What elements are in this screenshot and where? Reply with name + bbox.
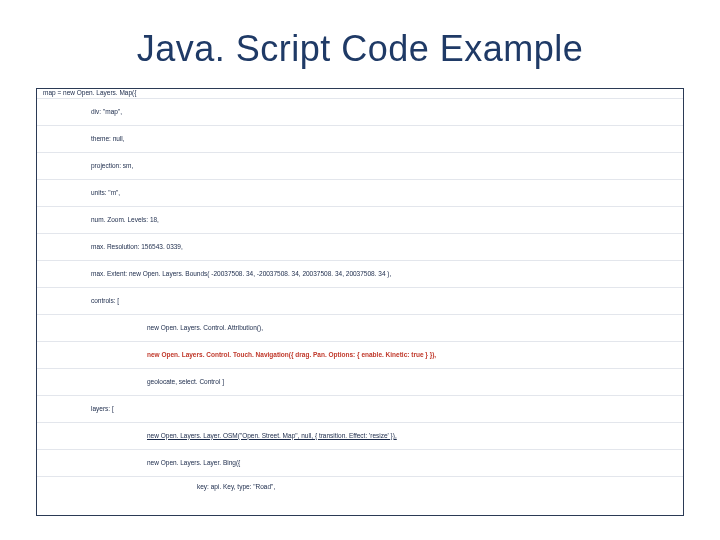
slide-title: Java. Script Code Example — [36, 28, 684, 70]
code-line: projection: sm, — [37, 153, 683, 180]
code-line: controls: [ — [37, 288, 683, 315]
code-line: geolocate, select. Control ] — [37, 369, 683, 396]
slide: Java. Script Code Example map = new Open… — [0, 0, 720, 540]
code-line: new Open. Layers. Layer. OSM("Open. Stre… — [37, 423, 683, 450]
code-line: theme: null, — [37, 126, 683, 153]
code-line: new Open. Layers. Control. Attribution()… — [37, 315, 683, 342]
code-line: key: api. Key, type: "Road", — [37, 477, 683, 498]
code-line: units: "m", — [37, 180, 683, 207]
code-line: num. Zoom. Levels: 18, — [37, 207, 683, 234]
code-line: max. Extent: new Open. Layers. Bounds( -… — [37, 261, 683, 288]
code-line: div: "map", — [37, 99, 683, 126]
code-line: map = new Open. Layers. Map({ — [37, 89, 683, 99]
code-block: map = new Open. Layers. Map({ div: "map"… — [36, 88, 684, 516]
code-line: new Open. Layers. Layer. Bing({ — [37, 450, 683, 477]
code-line: max. Resolution: 156543. 0339, — [37, 234, 683, 261]
code-line: layers: [ — [37, 396, 683, 423]
code-line-highlight: new Open. Layers. Control. Touch. Naviga… — [37, 342, 683, 369]
